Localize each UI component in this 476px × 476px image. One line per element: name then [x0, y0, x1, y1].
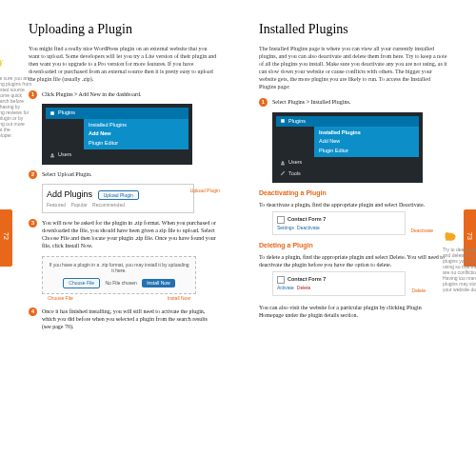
menu-users[interactable]: Users: [276, 157, 419, 168]
step-4: 4 Once it has finished installing, you w…: [29, 307, 217, 330]
wp-admin-menu: Plugins Installed Plugins Add New Plugin…: [272, 112, 423, 184]
svg-point-6: [445, 232, 449, 237]
checkbox[interactable]: [277, 276, 285, 284]
settings-link[interactable]: Settings: [277, 225, 294, 230]
svg-rect-4: [50, 155, 54, 157]
delete-text: To delete a plugin, find the appropriate…: [259, 253, 447, 268]
step-badge: 4: [29, 307, 37, 316]
plugin-icon: [280, 118, 286, 124]
filter-tabs: Featured Popular Recommended: [47, 202, 189, 208]
tip-text: Try to deactivate and delete any plugins…: [443, 247, 476, 292]
plugin-name: Contact Form 7: [277, 216, 401, 224]
delete-heading: Deleting a Plugin: [259, 241, 447, 249]
upload-help: If you have a plugin in a .zip format, y…: [48, 262, 190, 275]
submenu-addnew[interactable]: Add New: [89, 129, 184, 138]
page-title: Uploading a Plugin: [29, 21, 217, 39]
svg-point-3: [51, 153, 53, 155]
tab-featured[interactable]: Featured: [47, 202, 66, 208]
step-badge: 2: [29, 170, 37, 179]
tab-recommended[interactable]: Recommended: [92, 202, 125, 208]
deactivate-link[interactable]: Deactivate: [297, 225, 320, 230]
svg-rect-7: [446, 237, 447, 241]
submenu-editor[interactable]: Plugin Editor: [89, 139, 184, 148]
intro-text: You might find a really nice WordPress p…: [29, 45, 217, 83]
step-3: 3 You will now be asked for the plugin i…: [29, 219, 217, 249]
delete-link[interactable]: Delete: [297, 285, 310, 290]
submenu-installed[interactable]: Installed Plugins: [89, 121, 184, 129]
submenu: Installed Plugins Add New Plugin Editor: [314, 127, 419, 157]
checkbox[interactable]: [277, 216, 285, 224]
users-icon: [50, 152, 55, 158]
tools-icon: [280, 170, 286, 176]
pointer-deactivate: Deactivate: [410, 228, 433, 234]
activate-link[interactable]: Activate: [277, 285, 294, 290]
pointer-delete: Delete: [412, 288, 426, 294]
page-right: Try to deactivate and delete any plugins…: [238, 0, 476, 476]
svg-rect-2: [50, 111, 54, 115]
install-now-button[interactable]: Install Now: [142, 279, 174, 288]
svg-rect-8: [281, 119, 285, 123]
step-1: 1 Click Plugins > Add New in the dashboa…: [29, 90, 217, 98]
upload-plugin-button[interactable]: Upload Plugin: [98, 190, 139, 201]
step-text: Select Upload Plugin.: [42, 171, 92, 177]
step-text: Select Plugins > Installed Plugins.: [272, 99, 350, 105]
step-2: 2 Select Upload Plugin.: [29, 170, 217, 178]
users-icon: [280, 160, 286, 166]
choose-file-button[interactable]: Choose File: [63, 278, 100, 288]
submenu-addnew[interactable]: Add New: [319, 137, 414, 146]
pointer-install: Install Now: [168, 295, 190, 302]
pointer-choose: Choose File: [48, 295, 73, 302]
add-plugins-panel: Add Plugins Upload Plugin Upload Plugin …: [42, 184, 194, 214]
step-badge: 3: [29, 219, 37, 228]
wp-admin-menu: Plugins Installed Plugins Add New Plugin…: [42, 104, 192, 164]
step-1: 1 Select Plugins > Installed Plugins.: [259, 98, 447, 106]
step-text: Once it has finished installing, you wil…: [42, 308, 208, 329]
pointer-label: Upload Plugin: [190, 188, 220, 194]
page-left: Make sure you are buying plugins from a …: [0, 0, 238, 476]
step-badge: 1: [29, 90, 37, 99]
submenu-editor[interactable]: Plugin Editor: [319, 147, 414, 155]
menu-plugins[interactable]: Plugins: [276, 116, 419, 127]
plugin-icon: [50, 110, 55, 116]
submenu: Installed Plugins Add New Plugin Editor: [84, 119, 188, 149]
svg-point-0: [0, 59, 2, 67]
tab-popular[interactable]: Popular: [70, 202, 87, 208]
menu-plugins[interactable]: Plugins: [46, 108, 188, 118]
panel-title: Add Plugins: [47, 188, 92, 200]
elephant-icon: [443, 228, 458, 244]
svg-point-9: [282, 161, 284, 163]
deactivate-heading: Deactivating a Plugin: [259, 188, 447, 197]
submenu-installed[interactable]: Installed Plugins: [319, 129, 414, 137]
no-file-text: No File chosen: [105, 280, 136, 286]
lightbulb-icon: [0, 57, 6, 72]
svg-rect-10: [281, 164, 285, 166]
deactivate-text: To deactivate a plugin, find the appropr…: [259, 201, 447, 208]
tip-text: Make sure you are buying plugins from a …: [0, 75, 33, 138]
plugin-name: Contact Form 7: [277, 276, 401, 284]
plugin-card-deactivate: Contact Form 7 SettingsDeactivate Deacti…: [272, 211, 406, 236]
menu-tools[interactable]: Tools: [276, 169, 419, 179]
upload-zone: If you have a plugin in a .zip format, y…: [42, 256, 196, 294]
footer-text: You can also visit the website for a par…: [259, 304, 447, 319]
page-title: Installed Plugins: [259, 21, 447, 39]
step-badge: 1: [259, 98, 268, 107]
menu-users[interactable]: Users: [46, 149, 188, 160]
intro-text: The Installed Plugins page is where you …: [259, 45, 447, 91]
step-text: You will now be asked for the plugin in …: [42, 220, 216, 248]
tip-callout-right: Try to deactivate and delete any plugins…: [443, 228, 476, 292]
plugin-card-delete: Contact Form 7 ActivateDelete Delete: [272, 271, 406, 296]
step-text: Click Plugins > Add New in the dashboard…: [42, 91, 141, 97]
